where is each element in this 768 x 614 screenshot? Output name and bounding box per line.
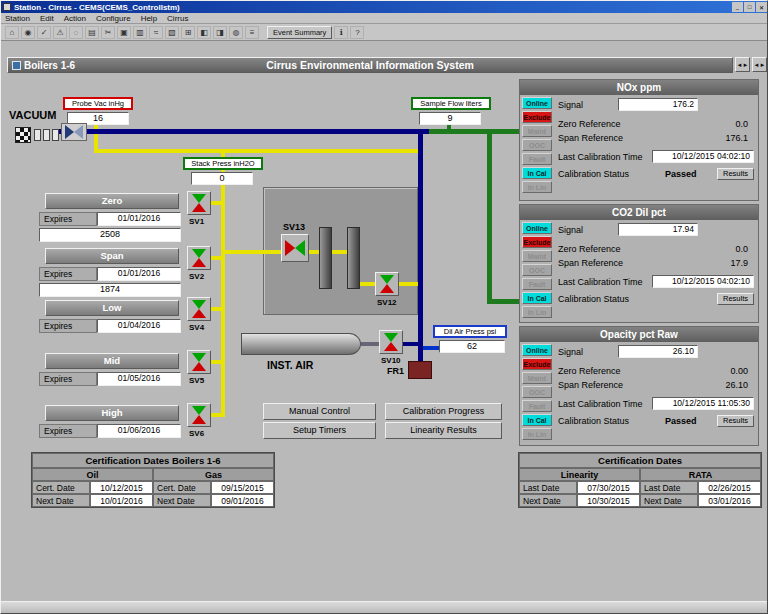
setup-timers-button[interactable]: Setup Timers — [263, 422, 376, 439]
silence-icon[interactable]: ◌ — [69, 26, 83, 39]
scrubber-column — [347, 227, 360, 289]
menu-station[interactable]: Station — [5, 14, 30, 23]
minimize-button[interactable]: _ — [732, 2, 743, 12]
expires-label: Expires — [39, 212, 97, 226]
inst-air-tank — [241, 333, 361, 355]
station-icon[interactable]: ⌂ — [5, 26, 19, 39]
bottle-pressure: 1874 — [39, 283, 181, 297]
cert-label: Cert. Date — [153, 481, 211, 494]
close-button[interactable]: ✕ — [756, 2, 767, 12]
cert-value: 09/01/2016 — [211, 494, 274, 507]
linearity-results-button[interactable]: Linearity Results — [385, 422, 502, 439]
cert-label: Last Date — [519, 481, 577, 494]
page-title: Boilers 1-6 — [24, 60, 75, 71]
event-summary-button[interactable]: Event Summary — [267, 26, 332, 39]
valve-top-triangle — [384, 333, 398, 342]
results-button[interactable]: Results — [717, 293, 754, 305]
help-icon[interactable]: ? — [350, 26, 364, 39]
pipe-sample-main — [94, 149, 419, 153]
badge-exclude: Exclude — [522, 358, 552, 370]
badge-exclude: Exclude — [522, 236, 552, 248]
valve-sv2-button[interactable] — [187, 246, 211, 270]
zero-ref-value: 0.0 — [735, 244, 754, 254]
pipe-air-drop — [418, 129, 423, 361]
valve-sv13-button[interactable] — [281, 234, 309, 262]
title-bar: Station - Cirrus - CEMS(CEMS_ControlIstm… — [1, 1, 768, 13]
bottle-pressure: 2508 — [39, 228, 181, 242]
expires-date: 01/04/2016 — [97, 319, 181, 333]
valve-top-triangle — [192, 300, 206, 309]
badge-online: Online — [522, 97, 552, 109]
valve-bottom-triangle — [192, 203, 206, 212]
print-icon[interactable]: ▤ — [85, 26, 99, 39]
menu-bar: Station Edit Action Configure Help Cirru… — [1, 13, 768, 24]
results-button[interactable]: Results — [717, 415, 754, 427]
badge-in-lin: In Lin — [522, 181, 552, 193]
signal-label: Signal — [558, 100, 618, 110]
analyzer-panel-nox: NOx ppm Online Exclude Maint OOC Fault I… — [519, 79, 759, 201]
dil-air-press-label: Dil Air Press psi — [433, 325, 507, 338]
results-button[interactable]: Results — [717, 168, 754, 180]
valve-sv12-button[interactable] — [375, 272, 399, 296]
status-badges: Online Exclude Maint OOC Fault In Cal In… — [520, 342, 554, 440]
valve-sv10-button[interactable] — [379, 330, 403, 354]
trend-icon[interactable]: ≈ — [149, 26, 163, 39]
valve-top-triangle — [192, 194, 206, 203]
page-prev-button[interactable]: ◄► — [735, 57, 750, 72]
maximize-button[interactable]: □ — [744, 2, 755, 12]
badge-in-cal: In Cal — [522, 167, 552, 179]
cert-label: Last Date — [640, 481, 698, 494]
badge-exclude: Exclude — [522, 111, 552, 123]
grid-icon[interactable]: ⊞ — [181, 26, 195, 39]
cert-value: 10/12/2015 — [90, 481, 153, 494]
cut-icon[interactable]: ✂ — [101, 26, 115, 39]
expires-date: 01/01/2016 — [97, 212, 181, 226]
chart-icon[interactable]: ▧ — [165, 26, 179, 39]
valve-sv10-label: SV10 — [381, 356, 401, 365]
cert-value: 03/01/2016 — [698, 494, 761, 507]
paste-icon[interactable]: ▥ — [133, 26, 147, 39]
zoom-icon[interactable]: ◍ — [229, 26, 243, 39]
gas-plate-zero: Zero — [45, 193, 179, 209]
cal-status-label: Calibration Status — [558, 169, 665, 179]
info-icon[interactable]: ℹ — [334, 26, 348, 39]
last-cal-value: 10/12/2015 04:02:10 — [652, 275, 754, 288]
page-next-button[interactable]: ◄► — [752, 57, 767, 72]
ack-alarm-icon[interactable]: ✓ — [37, 26, 51, 39]
tag-icon[interactable]: ◨ — [213, 26, 227, 39]
cert-value: 02/26/2015 — [698, 481, 761, 494]
valve-bottom-triangle — [192, 309, 206, 318]
last-cal-label: Last Calibration Time — [558, 399, 652, 409]
vacuum-label: VACUUM — [9, 109, 56, 121]
alarm-summary-icon[interactable]: ⚠ — [53, 26, 67, 39]
menu-action[interactable]: Action — [64, 14, 86, 23]
cert-table-dates: Certification Dates Linearity RATA Last … — [518, 452, 762, 508]
connect-icon[interactable]: ◉ — [21, 26, 35, 39]
list-icon[interactable]: ≡ — [245, 26, 259, 39]
display-icon[interactable]: ◧ — [197, 26, 211, 39]
calibration-progress-button[interactable]: Calibration Progress — [385, 403, 502, 420]
cert-label: Next Date — [519, 494, 577, 507]
valve-bottom-triangle — [384, 342, 398, 351]
menu-help[interactable]: Help — [141, 14, 157, 23]
valve-sv6-button[interactable] — [187, 403, 211, 427]
signal-label: Signal — [558, 347, 618, 357]
menu-configure[interactable]: Configure — [96, 14, 131, 23]
valve-top-triangle — [192, 406, 206, 415]
pump-segment — [43, 129, 50, 141]
badge-fault: Fault — [522, 278, 552, 290]
valve-sv4-button[interactable] — [187, 297, 211, 321]
valve-sv1-button[interactable] — [187, 191, 211, 215]
menu-cirrus[interactable]: Cirrus — [167, 14, 188, 23]
cert-col-rata: RATA — [640, 468, 761, 481]
menu-edit[interactable]: Edit — [40, 14, 54, 23]
valve-top-triangle — [192, 249, 206, 258]
valve-sv5-button[interactable] — [187, 350, 211, 374]
gas-plate-span: Span — [45, 248, 179, 264]
stack-press-value: 0 — [191, 172, 253, 185]
manual-control-button[interactable]: Manual Control — [263, 403, 376, 420]
vacuum-pump-valve[interactable] — [61, 123, 87, 141]
pipe-sv5-stub — [209, 360, 223, 364]
valve-left-triangle — [285, 240, 295, 256]
copy-icon[interactable]: ▣ — [117, 26, 131, 39]
